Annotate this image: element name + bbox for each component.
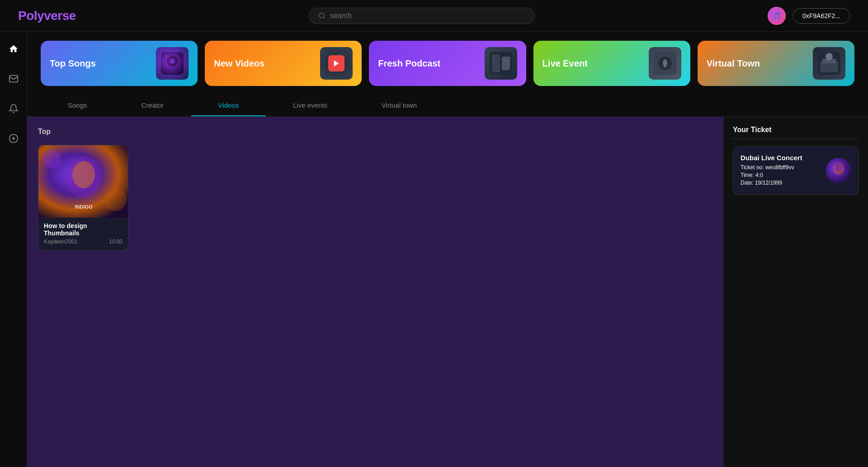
nav-tabs: Songs Creator Videos Live events Virtual… bbox=[27, 95, 868, 117]
wallet-button[interactable]: 0xF9A62F2... bbox=[793, 8, 850, 24]
main-video-content: Top bbox=[27, 117, 723, 467]
video-card-1[interactable]: INDIGO How to design Thumbnails Kaydeen2… bbox=[38, 145, 128, 251]
category-label-virtual-town: Virtual Town bbox=[707, 58, 760, 69]
video-thumb-svg-1: INDIGO bbox=[38, 145, 128, 218]
category-label-live-event: Live Event bbox=[542, 58, 588, 69]
sidebar bbox=[0, 32, 27, 467]
sidebar-item-create[interactable] bbox=[5, 130, 22, 147]
category-thumb-live bbox=[649, 47, 681, 80]
ticket-time-label: Time: bbox=[741, 172, 754, 178]
play-triangle bbox=[332, 59, 340, 67]
ticket-panel: Your Ticket Dubai Live Concert Ticket no… bbox=[723, 117, 868, 467]
svg-rect-3 bbox=[9, 76, 17, 82]
category-label-new-videos: New Videos bbox=[214, 58, 264, 69]
ticket-no: Ticket no: weu8fbff9vv bbox=[741, 164, 821, 171]
category-virtual-town[interactable]: Virtual Town bbox=[698, 41, 854, 86]
ticket-no-label: Ticket no: bbox=[741, 164, 764, 171]
category-top-songs[interactable]: Top Songs bbox=[41, 41, 198, 86]
category-fresh-podcast[interactable]: Fresh Podcast bbox=[369, 41, 526, 86]
svg-text:🎵: 🎵 bbox=[773, 12, 781, 20]
ticket-time: Time: 4:0 bbox=[741, 172, 821, 178]
logo-text-poly: Poly bbox=[18, 9, 44, 23]
svg-point-20 bbox=[72, 161, 95, 188]
ticket-no-value: weu8fbff9vv bbox=[765, 164, 794, 171]
ticket-card[interactable]: Dubai Live Concert Ticket no: weu8fbff9v… bbox=[733, 146, 859, 195]
video-author-1: Kaydeen2001 bbox=[44, 238, 77, 245]
search-bar[interactable] bbox=[309, 8, 535, 24]
sidebar-item-messages[interactable] bbox=[5, 71, 22, 87]
tab-live-events[interactable]: Live events bbox=[266, 95, 354, 116]
video-thumb-art-1: INDIGO bbox=[38, 145, 128, 218]
category-thumb-top-songs bbox=[156, 47, 189, 80]
tab-virtual-town[interactable]: Virtual town bbox=[354, 95, 444, 116]
svg-point-23 bbox=[104, 188, 127, 211]
logo-text-verse: verse bbox=[44, 9, 76, 23]
sidebar-item-notifications[interactable] bbox=[5, 100, 22, 117]
home-icon bbox=[9, 44, 19, 54]
plus-circle-icon bbox=[9, 133, 19, 143]
virtual-art bbox=[818, 52, 840, 75]
category-label-top-songs: Top Songs bbox=[50, 58, 96, 69]
header-right: 🎵 0xF9A62F2... bbox=[768, 7, 850, 25]
video-title-1: How to design Thumbnails bbox=[44, 222, 123, 237]
play-icon bbox=[328, 55, 344, 71]
ticket-section-title: Your Ticket bbox=[733, 126, 859, 139]
ticket-date-label: Date: bbox=[741, 180, 754, 186]
category-thumb-podcast bbox=[485, 47, 517, 80]
ticket-date: Date: 19/12/1999 bbox=[741, 180, 821, 186]
category-strip: Top Songs bbox=[27, 32, 868, 95]
logo: Polyverse bbox=[18, 9, 76, 23]
category-new-videos[interactable]: New Videos bbox=[205, 41, 362, 86]
category-label-fresh-podcast: Fresh Podcast bbox=[378, 58, 440, 69]
top-songs-art bbox=[161, 52, 184, 75]
header: Polyverse 🎵 0xF9A62F2... bbox=[0, 0, 868, 32]
sidebar-item-home[interactable] bbox=[5, 41, 22, 57]
ticket-name: Dubai Live Concert bbox=[741, 154, 821, 162]
svg-text:INDIGO: INDIGO bbox=[75, 204, 93, 210]
tab-creator[interactable]: Creator bbox=[114, 95, 191, 116]
search-icon bbox=[318, 12, 326, 19]
ticket-avatar bbox=[826, 158, 851, 183]
category-thumb-virtual bbox=[813, 47, 845, 80]
video-grid: INDIGO How to design Thumbnails Kaydeen2… bbox=[38, 145, 712, 251]
svg-rect-10 bbox=[492, 54, 500, 72]
svg-point-7 bbox=[170, 58, 175, 64]
layout: Top Songs bbox=[0, 32, 868, 467]
svg-point-27 bbox=[835, 163, 842, 171]
avatar[interactable]: 🎵 bbox=[768, 7, 786, 25]
video-card-info-1: How to design Thumbnails Kaydeen2001 10:… bbox=[38, 218, 128, 250]
svg-point-0 bbox=[319, 13, 324, 18]
ticket-date-value: 19/12/1999 bbox=[755, 180, 782, 186]
content-area: Top bbox=[27, 117, 868, 467]
mail-icon bbox=[9, 74, 19, 84]
podcast-art bbox=[490, 52, 512, 75]
bell-icon bbox=[9, 104, 19, 114]
ticket-time-value: 4:0 bbox=[755, 172, 763, 178]
svg-rect-11 bbox=[502, 57, 510, 70]
live-art bbox=[654, 52, 676, 75]
video-duration-1: 10:00 bbox=[109, 238, 123, 245]
svg-marker-8 bbox=[334, 60, 339, 67]
main-panel: Top Songs bbox=[27, 32, 868, 467]
category-thumb-new-videos bbox=[320, 47, 353, 80]
ticket-avatar-image bbox=[826, 158, 851, 183]
svg-point-17 bbox=[826, 53, 833, 60]
video-thumbnail-1: INDIGO bbox=[38, 145, 128, 218]
avatar-image: 🎵 bbox=[768, 7, 786, 25]
section-title-top: Top bbox=[38, 128, 712, 136]
tab-videos[interactable]: Videos bbox=[191, 95, 266, 116]
video-meta-1: Kaydeen2001 10:00 bbox=[44, 238, 123, 245]
tab-songs[interactable]: Songs bbox=[41, 95, 114, 116]
ticket-info: Dubai Live Concert Ticket no: weu8fbff9v… bbox=[741, 154, 821, 187]
svg-point-22 bbox=[43, 150, 61, 168]
category-live-event[interactable]: Live Event bbox=[533, 41, 690, 86]
search-input[interactable] bbox=[330, 12, 525, 20]
